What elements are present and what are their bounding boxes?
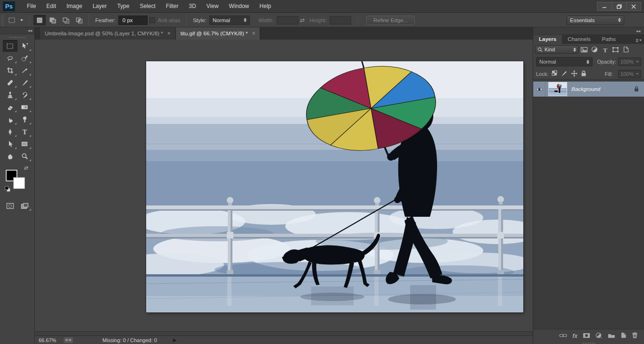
layer-name[interactable]: Background bbox=[571, 86, 634, 92]
delete-layer-button[interactable] bbox=[632, 332, 638, 339]
width-input[interactable] bbox=[277, 16, 298, 25]
horizontal-scrollbar[interactable] bbox=[35, 331, 533, 336]
menu-edit[interactable]: Edit bbox=[41, 0, 61, 12]
tool-dodge[interactable] bbox=[17, 114, 32, 125]
dodge-icon bbox=[21, 116, 28, 123]
tool-eyedropper[interactable] bbox=[17, 65, 32, 76]
close-button[interactable] bbox=[626, 2, 641, 11]
layer-thumbnail[interactable] bbox=[548, 82, 567, 96]
blend-mode-dropdown[interactable]: Normal bbox=[536, 57, 593, 66]
filter-kind-dropdown[interactable]: Kind bbox=[535, 45, 578, 54]
new-layer-button[interactable] bbox=[620, 332, 627, 339]
status-options-arrow[interactable]: ▶ bbox=[173, 337, 177, 343]
menu-window[interactable]: Window bbox=[224, 0, 255, 12]
tool-gradient[interactable] bbox=[17, 101, 32, 113]
tool-path-selection[interactable] bbox=[3, 138, 17, 150]
tool-history-brush[interactable] bbox=[17, 89, 32, 101]
opacity-field[interactable]: 100% bbox=[618, 57, 641, 66]
tool-clone-stamp[interactable] bbox=[3, 89, 17, 101]
new-adjustment-layer-button[interactable] bbox=[595, 332, 603, 339]
tool-type[interactable]: T bbox=[17, 126, 32, 138]
tool-zoom[interactable] bbox=[17, 150, 32, 162]
refine-edge-button[interactable]: Refine Edge... bbox=[366, 16, 415, 25]
minimize-button[interactable] bbox=[597, 2, 612, 11]
style-dropdown[interactable]: Normal bbox=[209, 16, 250, 25]
intersect-selection-icon bbox=[75, 17, 83, 24]
tool-move[interactable] bbox=[17, 40, 32, 52]
filter-smart-objects-button[interactable] bbox=[621, 45, 630, 54]
panel-tab-paths[interactable]: Paths bbox=[596, 35, 621, 44]
tool-pen[interactable] bbox=[3, 126, 17, 138]
lock-position-button[interactable] bbox=[571, 70, 578, 78]
screen-mode-button[interactable] bbox=[17, 200, 32, 212]
canvas-image[interactable] bbox=[146, 61, 523, 312]
adobe-drive-status-icon[interactable] bbox=[64, 337, 73, 343]
tool-hand[interactable] bbox=[3, 150, 17, 162]
fill-field[interactable]: 100% bbox=[618, 70, 641, 78]
default-colors-icon[interactable] bbox=[5, 186, 11, 192]
tool-brush[interactable] bbox=[17, 77, 32, 89]
restore-button[interactable] bbox=[611, 2, 627, 11]
new-selection-button[interactable] bbox=[33, 15, 46, 25]
add-to-selection-button[interactable] bbox=[47, 15, 59, 25]
menu-file[interactable]: File bbox=[22, 0, 41, 12]
swap-width-height-icon[interactable]: ⇄ bbox=[300, 17, 305, 24]
lock-all-button[interactable] bbox=[581, 70, 586, 77]
menu-help[interactable]: Help bbox=[254, 0, 276, 12]
panel-tab-layers[interactable]: Layers bbox=[533, 35, 562, 44]
menu-view[interactable]: View bbox=[201, 0, 224, 12]
tool-shape[interactable] bbox=[17, 138, 32, 150]
new-group-button[interactable] bbox=[608, 333, 615, 339]
menu-select[interactable]: Select bbox=[134, 0, 160, 12]
filter-pixel-layers-button[interactable] bbox=[579, 45, 589, 54]
zoom-level-field[interactable]: 66.67% bbox=[39, 337, 56, 343]
zoom-icon bbox=[21, 153, 28, 160]
link-layers-button[interactable] bbox=[559, 333, 567, 339]
tools-grip[interactable] bbox=[9, 37, 25, 38]
tool-crop[interactable] bbox=[3, 65, 17, 76]
tool-quick-selection[interactable] bbox=[17, 52, 32, 64]
tool-eraser[interactable] bbox=[3, 101, 17, 113]
lock-transparent-button[interactable] bbox=[552, 70, 558, 77]
tool-rectangular-marquee[interactable] bbox=[3, 40, 17, 52]
dock-collapse-button[interactable]: ◀◀ bbox=[533, 27, 644, 35]
filter-shape-layers-button[interactable] bbox=[611, 45, 620, 54]
feather-input[interactable]: 0 px bbox=[118, 16, 148, 25]
tab-close-icon[interactable]: × bbox=[167, 30, 171, 37]
lock-pixels-button[interactable] bbox=[561, 70, 568, 77]
swap-colors-icon[interactable]: ⇄ bbox=[24, 165, 28, 171]
style-label: Style: bbox=[193, 17, 206, 23]
panel-tab-channels[interactable]: Channels bbox=[562, 35, 596, 44]
add-layer-mask-button[interactable] bbox=[583, 333, 590, 339]
menu-image[interactable]: Image bbox=[61, 0, 87, 12]
filter-type-layers-button[interactable]: T bbox=[600, 45, 610, 54]
subtract-from-selection-button[interactable] bbox=[60, 15, 72, 25]
filter-adjustment-layers-button[interactable] bbox=[590, 45, 599, 54]
document-tab-0[interactable]: Umbrella-Image.psd @ 50% (Layer 1, CMYK/… bbox=[40, 27, 176, 40]
background-color-swatch[interactable] bbox=[13, 177, 25, 189]
menu-layer[interactable]: Layer bbox=[87, 0, 112, 12]
layer-row-background[interactable]: Background bbox=[533, 82, 644, 97]
quick-mask-button[interactable] bbox=[3, 200, 17, 212]
menu-3d[interactable]: 3D bbox=[183, 0, 201, 12]
panel-menu-icon[interactable] bbox=[636, 37, 642, 43]
layer-style-button[interactable]: fx bbox=[572, 333, 578, 339]
height-input[interactable] bbox=[330, 16, 351, 25]
workspace-switcher[interactable]: Essentials bbox=[567, 16, 624, 25]
layer-visibility-toggle[interactable] bbox=[533, 82, 545, 97]
healing-brush-icon bbox=[7, 79, 14, 86]
anti-alias-checkbox[interactable] bbox=[149, 17, 155, 23]
clone-stamp-icon bbox=[7, 92, 14, 98]
preset-dropdown-arrow bbox=[20, 19, 23, 21]
subtract-selection-icon bbox=[62, 17, 70, 24]
document-tab-1[interactable]: titu.gif @ 66.7% (CMYK/8) *× bbox=[176, 27, 261, 40]
tool-lasso[interactable] bbox=[3, 52, 17, 64]
intersect-selection-button[interactable] bbox=[73, 15, 85, 25]
tool-smudge[interactable] bbox=[3, 114, 17, 125]
tool-preset-picker[interactable] bbox=[6, 16, 25, 25]
menu-filter[interactable]: Filter bbox=[161, 0, 184, 12]
tools-collapse-button[interactable]: ◀◀ bbox=[0, 27, 34, 34]
tool-spot-healing-brush[interactable] bbox=[3, 77, 17, 89]
tab-close-icon[interactable]: × bbox=[252, 30, 255, 37]
menu-type[interactable]: Type bbox=[112, 0, 134, 12]
